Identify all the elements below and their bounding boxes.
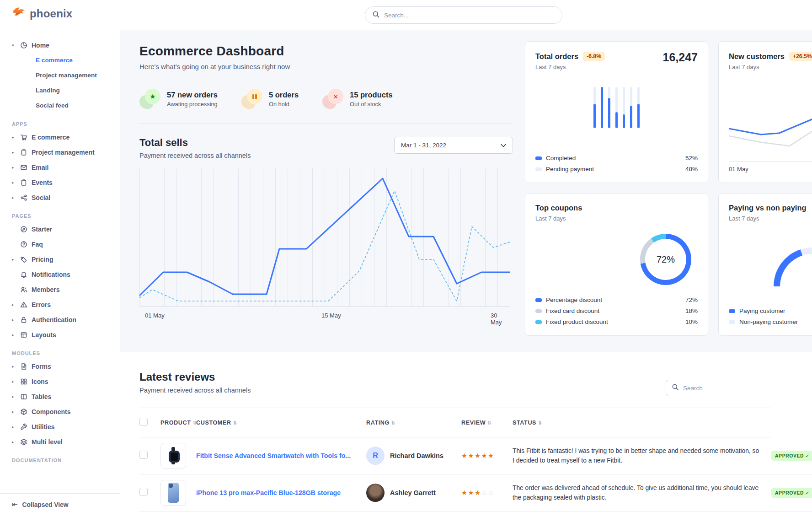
sidebar-item-tables[interactable]: ▸ Tables: [0, 389, 120, 404]
x-tick: 30 May: [491, 312, 510, 326]
layers-icon: [20, 438, 27, 446]
product-image-smartwatch[interactable]: [160, 443, 186, 469]
brand[interactable]: phoenix: [12, 6, 72, 21]
previous-period-line: [139, 191, 510, 301]
change-badge: +26.5%: [789, 52, 812, 61]
search-input[interactable]: [384, 12, 555, 19]
legend-percentage-discount: Percentage discount 72%: [535, 296, 698, 303]
avatar: R: [366, 447, 385, 465]
caret-right-icon: ▸: [12, 425, 16, 429]
x-tick: 01 May: [145, 312, 165, 319]
lock-icon: [20, 316, 27, 323]
sort-icon: ⇅: [391, 420, 395, 425]
sort-icon: ⇅: [233, 420, 237, 425]
select-all-checkbox[interactable]: [139, 418, 148, 426]
rating-stars: ★★★★★: [461, 452, 495, 459]
sidebar-item-apps-ecommerce[interactable]: ▸ E commerce: [0, 129, 120, 145]
total-sells-chart: 01 May 15 May 30 May: [139, 168, 510, 323]
customer-name: Richard Dawkins: [390, 452, 443, 459]
caret-right-icon: ▸: [12, 379, 16, 384]
sidebar-item-apps-project-management[interactable]: ▸ Project management: [0, 145, 120, 160]
grid-icon: [20, 378, 27, 385]
caret-right-icon: ▸: [12, 165, 16, 170]
search-icon: [672, 384, 678, 392]
column-header-product[interactable]: PRODUCT⇅: [160, 408, 196, 437]
legend-paying: Paying customer: [729, 307, 812, 314]
caret-down-icon: ▾: [12, 43, 16, 48]
review-text: This Fitbit is fantastic! I was trying t…: [513, 446, 771, 466]
column-header-rating[interactable]: RATING⇅: [366, 408, 461, 437]
legend-non-paying: Non-paying customer: [729, 318, 812, 325]
search-icon: [373, 11, 379, 20]
stat-orders-on-hold: 5 orders On hold: [241, 89, 299, 109]
sidebar-item-icons[interactable]: ▸ Icons: [0, 374, 120, 389]
star-icon: ★: [139, 89, 160, 109]
column-header-review[interactable]: REVIEW⇅: [461, 408, 513, 437]
sort-icon: ⇅: [487, 420, 491, 425]
product-link[interactable]: Fitbit Sense Advanced Smartwatch with To…: [196, 452, 351, 459]
pie-chart-icon: [20, 42, 27, 49]
sidebar-item-components[interactable]: ▸ Components: [0, 404, 120, 419]
sidebar-item-ecommerce-dashboard[interactable]: E commerce: [0, 53, 120, 68]
sidebar-item-home[interactable]: ▾ Home: [0, 38, 120, 53]
orders-bar-chart: [593, 87, 640, 128]
row-checkbox[interactable]: [139, 488, 148, 496]
sidebar-item-authentication[interactable]: ▸ Authentication: [0, 312, 120, 327]
reviews-search: [666, 380, 812, 396]
stats-row: ★ 57 new orders Awating processing 5 ord…: [139, 89, 513, 109]
sidebar-item-faq[interactable]: Faq: [0, 237, 120, 252]
sidebar-item-apps-social[interactable]: ▸ Social: [0, 190, 120, 205]
x-icon: ✕: [322, 89, 343, 109]
column-header-status[interactable]: STATUS⇅: [513, 408, 771, 437]
row-checkbox[interactable]: [139, 451, 148, 459]
caret-right-icon: ▸: [12, 440, 16, 444]
box-icon: [20, 408, 27, 415]
sidebar-item-apps-email[interactable]: ▸ Email: [0, 160, 120, 175]
sidebar-item-project-management-dashboard[interactable]: Project management: [0, 68, 120, 83]
sidebar-item-notifications[interactable]: Notifications: [0, 267, 120, 282]
sidebar-item-errors[interactable]: ▸ Errors: [0, 297, 120, 312]
dashboard-section: Ecommerce Dashboard Here's what's going …: [120, 30, 812, 352]
caret-right-icon: ▸: [12, 150, 16, 155]
paying-vs-non-paying-card: Paying vs non paying Last 7 days Paying …: [718, 193, 812, 336]
total-sells-title: Total sells: [139, 137, 251, 149]
caret-right-icon: ▸: [12, 394, 16, 399]
product-link[interactable]: iPhone 13 pro max-Pacific Blue-128GB sto…: [196, 489, 341, 496]
sidebar-item-social-feed[interactable]: Social feed: [0, 98, 120, 113]
total-sells-subtitle: Payment received across all channels: [139, 152, 251, 159]
reviews-table: PRODUCT⇅ CUSTOMER⇅ RATING⇅ REVIEW⇅ STATU…: [139, 408, 812, 517]
users-icon: [20, 286, 27, 293]
x-axis-labels: 01 May 15 May 30 May: [139, 312, 510, 323]
collapse-sidebar-button[interactable]: ⇤ Collapsed View: [0, 493, 120, 517]
sidebar-item-apps-events[interactable]: ▸ Events: [0, 175, 120, 190]
legend-fixed-card-discount: Fixed card discount 18%: [535, 307, 698, 314]
column-header-customer[interactable]: CUSTOMER⇅: [196, 408, 366, 437]
legend-pending: Pending payment 48%: [535, 166, 698, 172]
table-row: Fitbit Sense Advanced Smartwatch with To…: [139, 437, 812, 474]
sidebar-item-forms[interactable]: ▸ Forms: [0, 359, 120, 374]
card-title: Total orders: [535, 52, 578, 61]
reviews-search-input[interactable]: [683, 385, 810, 392]
sidebar-item-pricing[interactable]: ▸ Pricing: [0, 252, 120, 267]
clipboard-icon: [20, 149, 27, 156]
top-navbar: phoenix: [0, 0, 812, 30]
product-image-iphone[interactable]: [160, 480, 186, 506]
sidebar-item-label: Home: [32, 42, 49, 49]
section-label-documentation: DOCUMENTATION: [0, 449, 120, 466]
caret-right-icon: ▸: [12, 257, 16, 262]
card-title: Top coupons: [535, 204, 582, 212]
file-icon: [20, 363, 27, 370]
sidebar-item-starter[interactable]: Starter: [0, 221, 120, 237]
sidebar-item-members[interactable]: Members: [0, 282, 120, 297]
phoenix-fox-icon: [12, 6, 26, 21]
date-range-select[interactable]: Mar 1 - 31, 2022: [394, 137, 513, 154]
sidebar-item-utilities[interactable]: ▸ Utilities: [0, 419, 120, 434]
section-label-apps: APPS: [0, 113, 120, 129]
columns-icon: [20, 393, 27, 400]
sidebar-item-multi-level[interactable]: ▸ Multi level: [0, 434, 120, 449]
main-content: Ecommerce Dashboard Here's what's going …: [120, 30, 812, 517]
brand-name: phoenix: [30, 7, 72, 20]
sidebar-item-layouts[interactable]: ▸ Layouts: [0, 327, 120, 342]
caret-right-icon: ▸: [12, 333, 16, 337]
sidebar-item-landing[interactable]: Landing: [0, 83, 120, 98]
